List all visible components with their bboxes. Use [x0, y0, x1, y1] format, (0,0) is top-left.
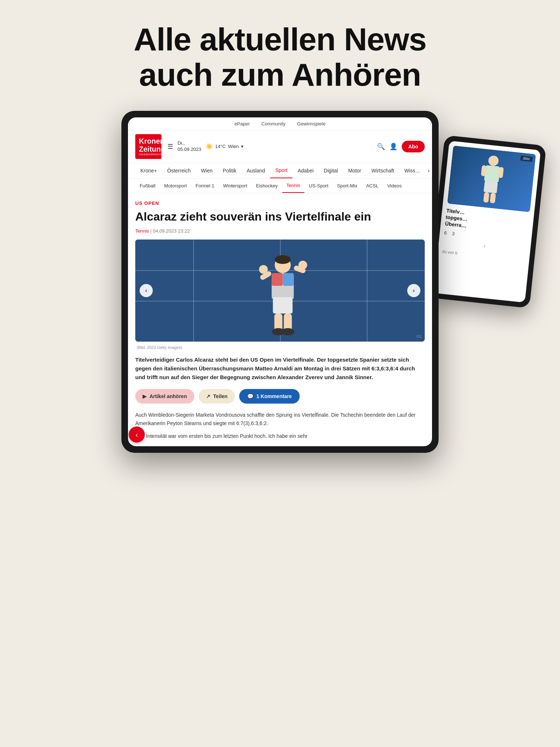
site-header: Kronen Zeitung UNABHÄNGIG ☰ Di., 05.09.2…	[128, 131, 432, 163]
svg-rect-20	[483, 192, 490, 202]
main-tablet: ePaper Community Gewinnspiele Kronen Zei…	[121, 111, 439, 453]
nav-politik[interactable]: Politik	[218, 163, 241, 178]
svg-rect-3	[272, 273, 283, 286]
hamburger-icon[interactable]: ☰	[167, 143, 173, 151]
svg-point-15	[488, 155, 499, 166]
continuation-para1: Auch Wimbledon-Siegerin Marketa Vondrous…	[135, 411, 425, 428]
bild-label: (Bild:	[520, 155, 533, 162]
subnav-us-sport[interactable]: US-Sport	[304, 179, 332, 192]
subnav-tennis[interactable]: Tennis	[282, 179, 305, 193]
second-player-figure	[471, 151, 512, 206]
logo-line1: Kronen	[139, 137, 158, 145]
nav-wiss[interactable]: Wiss…	[399, 163, 425, 178]
subnav-formel1[interactable]: Formel 1	[191, 179, 219, 192]
search-button[interactable]: 🔍	[377, 143, 385, 151]
date-line1: Di.,	[178, 140, 201, 147]
share-button[interactable]: ↗ Teilen	[199, 389, 235, 404]
subnav-fussball[interactable]: Fußball	[135, 179, 160, 192]
city-name[interactable]: Wien	[228, 144, 239, 149]
svg-point-13	[259, 265, 268, 274]
comments-button[interactable]: 💬 1 Kommentare	[239, 389, 300, 404]
second-tablet: (Bild: Titelv… topges… Überra… 6 3 › do …	[428, 135, 546, 308]
slider-next-button[interactable]: ›	[407, 284, 420, 297]
subnav-videos[interactable]: Videos	[383, 179, 406, 192]
logo-line2: Zeitung	[139, 145, 158, 153]
article-meta-link[interactable]: Tennis	[135, 228, 149, 234]
weather-display: ☀️ 14°C Wien ▾	[206, 143, 244, 150]
date-line2: 05.09.2023	[178, 147, 201, 153]
article-meta: Tennis | 04.09.2023 23:22	[135, 228, 425, 234]
nav-wirtschaft[interactable]: Wirtschaft	[366, 163, 399, 178]
nav-digital[interactable]: Digital	[319, 163, 343, 178]
nav-kronePlus[interactable]: Krone+	[135, 163, 162, 178]
image-slider: ©G ‹ ›	[135, 240, 425, 342]
header-actions: 🔍 👤 Abo	[377, 141, 425, 152]
article-body-text: Titelverteidiger Carlos Alcaraz steht be…	[135, 355, 425, 382]
hero-title-line1: Alle aktuellen News	[134, 21, 427, 57]
subnav-sport-mix[interactable]: Sport-Mix	[333, 179, 362, 192]
second-tablet-content: (Bild: Titelv… topges… Überra… 6 3 › do …	[437, 141, 541, 267]
comment-icon: 💬	[247, 393, 253, 399]
nav-sport[interactable]: Sport	[270, 163, 292, 178]
back-button[interactable]: ‹	[129, 427, 145, 443]
svg-rect-16	[484, 165, 500, 183]
comments-label: 1 Kommentare	[256, 393, 292, 399]
second-tablet-screen: (Bild: Titelv… topges… Überra… 6 3 › do …	[433, 141, 541, 303]
logo-sub: UNABHÄNGIG	[139, 153, 158, 156]
subnav-acsl[interactable]: ACSL	[362, 179, 383, 192]
user-button[interactable]: 👤	[389, 143, 397, 151]
temperature: 14°C	[215, 144, 226, 149]
action-buttons: ▶ Artikel anhören ↗ Teilen 💬 1 Kommentar…	[135, 389, 425, 404]
sport-sub-navigation: Fußball Motorsport Formel 1 Wintersport …	[128, 179, 432, 193]
article-title: Alcaraz zieht souverän ins Viertelfinale…	[135, 210, 425, 223]
hero-title: Alle aktuellen News auch zum Anhören	[15, 22, 545, 93]
main-navigation: Krone+ Österreich Wien Politik Ausland S…	[128, 163, 432, 179]
top-bar: ePaper Community Gewinnspiele	[128, 117, 432, 131]
listen-icon: ▶	[143, 393, 147, 399]
court-line	[193, 240, 194, 342]
nav-wien[interactable]: Wien	[196, 163, 218, 178]
nav-ausland[interactable]: Ausland	[241, 163, 270, 178]
subnav-motorsport[interactable]: Motorsport	[160, 179, 191, 192]
image-watermark: ©G	[416, 335, 422, 339]
tablet-screen: ePaper Community Gewinnspiele Kronen Zei…	[128, 117, 432, 446]
slider-image: ©G	[135, 240, 425, 342]
player-figure	[256, 254, 310, 338]
abo-button[interactable]: Abo	[402, 141, 425, 152]
listen-label: Artikel anhören	[149, 393, 187, 399]
hero-title-line2: auch zum Anhören	[139, 57, 421, 93]
header-middle: ☰ Di., 05.09.2023 ☀️ 14°C Wien ▾	[167, 140, 371, 153]
listen-button[interactable]: ▶ Artikel anhören	[135, 389, 194, 404]
nav-more-icon[interactable]: ›	[425, 163, 432, 178]
article-category: US OPEN	[135, 201, 425, 206]
nav-adabei[interactable]: Adabei	[292, 163, 319, 178]
svg-rect-19	[483, 181, 498, 193]
topbar-gewinnspiele[interactable]: Gewinnspiele	[297, 121, 326, 127]
device-wrapper: ePaper Community Gewinnspiele Kronen Zei…	[0, 111, 560, 453]
nav-motor[interactable]: Motor	[343, 163, 366, 178]
subnav-wintersport[interactable]: Wintersport	[219, 179, 252, 192]
share-label: Teilen	[213, 393, 228, 399]
city-dropdown-icon[interactable]: ▾	[241, 144, 244, 149]
site-logo[interactable]: Kronen Zeitung UNABHÄNGIG	[135, 134, 162, 159]
continuation-para2: „Die Intensität war vom ersten bis zum l…	[135, 432, 425, 440]
nav-oesterreich[interactable]: Österreich	[162, 163, 196, 178]
article-content: US OPEN Alcaraz zieht souverän ins Viert…	[128, 193, 432, 446]
topbar-epaper[interactable]: ePaper	[234, 121, 250, 127]
svg-rect-4	[283, 273, 294, 286]
court-line	[367, 240, 368, 342]
svg-point-1	[275, 255, 291, 264]
article-continuation: Auch Wimbledon-Siegerin Marketa Vondrous…	[135, 411, 425, 440]
svg-rect-8	[273, 297, 293, 314]
svg-point-14	[299, 261, 307, 269]
slider-prev-button[interactable]: ‹	[140, 284, 153, 297]
svg-point-12	[281, 328, 295, 335]
date-display: Di., 05.09.2023	[178, 140, 201, 153]
svg-rect-21	[490, 192, 496, 203]
svg-rect-5	[272, 286, 294, 299]
share-icon: ↗	[206, 393, 210, 399]
subnav-eishockey[interactable]: Eishockey	[252, 179, 282, 192]
topbar-community[interactable]: Community	[261, 121, 285, 127]
hero-section: Alle aktuellen News auch zum Anhören	[0, 0, 560, 111]
weather-icon: ☀️	[206, 143, 213, 150]
